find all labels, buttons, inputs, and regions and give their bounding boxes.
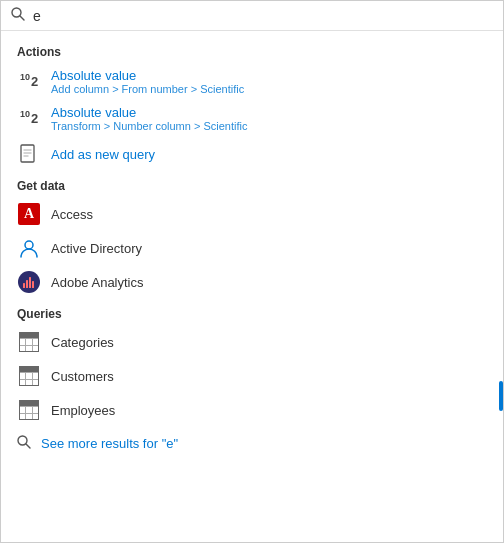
search-icon (11, 7, 25, 24)
results-content: Actions 102 Absolute value Add column > … (1, 31, 503, 534)
section-header-getdata: Get data (1, 171, 503, 197)
search-bar (1, 1, 503, 31)
item-text-absolute-2: Absolute value Transform > Number column… (51, 105, 247, 132)
list-item-categories[interactable]: Categories (1, 325, 503, 359)
list-item-access[interactable]: A Access (1, 197, 503, 231)
table-icon-categories (17, 330, 41, 354)
table-icon-customers (17, 364, 41, 388)
svg-rect-8 (26, 280, 28, 288)
list-item-customers[interactable]: Customers (1, 359, 503, 393)
list-item-employees[interactable]: Employees (1, 393, 503, 427)
item-subtitle-av2: Transform > Number column > Scientific (51, 120, 247, 132)
list-item-adobe[interactable]: Adobe Analytics (1, 265, 503, 299)
math-icon-1: 102 (17, 70, 41, 94)
item-label-access: Access (51, 207, 93, 222)
access-icon: A (17, 202, 41, 226)
math-icon-2: 102 (17, 107, 41, 131)
search-container: Actions 102 Absolute value Add column > … (1, 1, 503, 534)
scroll-indicator (499, 381, 503, 411)
item-label-employees: Employees (51, 403, 115, 418)
doc-icon (17, 142, 41, 166)
item-subtitle-av1: Add column > From number > Scientific (51, 83, 244, 95)
item-label-categories: Categories (51, 335, 114, 350)
item-text-absolute-1: Absolute value Add column > From number … (51, 68, 244, 95)
item-label-activedirectory: Active Directory (51, 241, 142, 256)
see-more-search-icon (17, 435, 31, 452)
section-header-queries: Queries (1, 299, 503, 325)
item-label-adobe: Adobe Analytics (51, 275, 144, 290)
item-label-customers: Customers (51, 369, 114, 384)
activedirectory-icon (17, 236, 41, 260)
adobe-icon (17, 270, 41, 294)
see-more-label: See more results for "e" (41, 436, 178, 451)
svg-rect-10 (32, 281, 34, 288)
svg-line-12 (26, 444, 30, 448)
list-item-absolute-value-1[interactable]: 102 Absolute value Add column > From num… (1, 63, 503, 100)
see-more-results[interactable]: See more results for "e" (1, 429, 503, 458)
list-item-activedirectory[interactable]: Active Directory (1, 231, 503, 265)
svg-rect-9 (29, 277, 31, 288)
svg-point-6 (25, 241, 33, 249)
list-item-add-query[interactable]: Add as new query (1, 137, 503, 171)
search-input[interactable] (33, 8, 493, 24)
item-title-av2: Absolute value (51, 105, 247, 120)
list-item-absolute-value-2[interactable]: 102 Absolute value Transform > Number co… (1, 100, 503, 137)
svg-rect-7 (23, 283, 25, 288)
svg-line-1 (20, 16, 24, 20)
item-title-add-query: Add as new query (51, 147, 155, 162)
section-header-actions: Actions (1, 37, 503, 63)
table-icon-employees (17, 398, 41, 422)
item-title-av1: Absolute value (51, 68, 244, 83)
